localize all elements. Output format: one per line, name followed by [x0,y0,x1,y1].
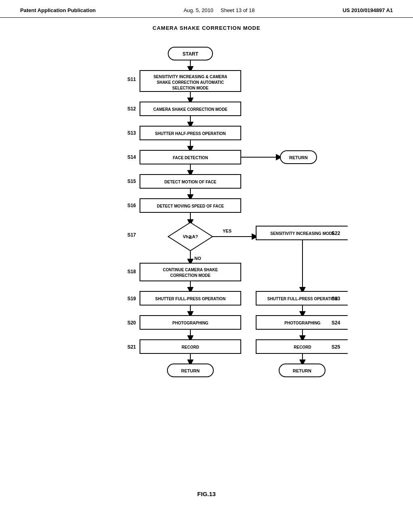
s14-label: S14 [127,154,136,160]
yes-label: YES [223,229,232,233]
s24-text: PHOTOGRAPHING [284,321,320,325]
s20-label: S20 [127,320,136,326]
s19-label: S19 [127,296,136,301]
s21-label: S21 [127,344,136,350]
s11-label: S11 [127,77,136,82]
s25-text: RECORD [294,345,311,349]
s18-text-line1: CONTINUE CAMERA SHAKE [163,268,218,272]
return-right-node: RETURN [293,368,311,373]
no-label: NO [194,256,201,261]
s13-text: SHUTTER HALF-PRESS OPERATION [155,131,225,136]
s16-text: DETECT MOVING SPEED OF FACE [157,204,224,208]
s17-label: S17 [127,232,136,238]
return-left-node: RETURN [181,368,200,373]
s19-text: SHUTTER FULL-PRESS OPERATION [155,297,225,301]
header-sheet: Sheet 13 of 18 [221,7,255,13]
s15-label: S15 [127,179,136,184]
flowchart-svg: START S11 SENSITIVITY INCREASING & CAMER… [65,39,348,482]
return1-node: RETURN [289,155,308,160]
s18-label: S18 [127,269,136,274]
s22-text: SENSITIVITY INCREASING MODE [270,231,335,236]
s21-text: RECORD [181,345,199,349]
s23-label: S23 [332,296,340,301]
header-patent-number: US 2010/0194897 A1 [342,7,393,13]
s23-text: SHUTTER FULL-PRESS OPERATION [267,297,338,301]
start-node: START [182,51,198,57]
page-header: Patent Application Publication Aug. 5, 2… [0,0,413,18]
s18-text-line2: CORRECTION MODE [170,273,211,278]
s11-text-line1: SENSITIVITY INCREASING & CAMERA [153,75,227,79]
s12-label: S12 [127,106,136,112]
s15-text: DETECT MOTION OF FACE [165,180,217,184]
flowchart-area: START S11 SENSITIVITY INCREASING & CAMER… [0,39,413,482]
s14-text: FACE DETECTION [173,156,208,160]
diagram-title: CAMERA SHAKE CORRECTION MODE [0,25,413,31]
s22-label: S22 [332,231,340,236]
s24-label: S24 [332,320,340,326]
figure-label: FIG.13 [0,490,413,497]
svg-rect-19 [140,263,241,281]
s13-label: S13 [127,130,136,136]
header-date: Aug. 5, 2010 [184,7,213,13]
s12-text: CAMERA SHAKE CORRECTION MODE [153,107,227,112]
s20-text: PHOTOGRAPHING [172,321,208,325]
header-date-sheet: Aug. 5, 2010 Sheet 13 of 18 [184,7,254,13]
s16-label: S16 [127,203,136,208]
s11-text-line3: SELECTION MODE [172,86,209,90]
s11-text-line2: SHAKE CORRECTION AUTOMATIC [157,80,224,85]
header-publication: Patent Application Publication [20,7,96,13]
s25-label: S25 [332,344,340,350]
s17-diamond-text: Vh≧A? [183,234,198,239]
